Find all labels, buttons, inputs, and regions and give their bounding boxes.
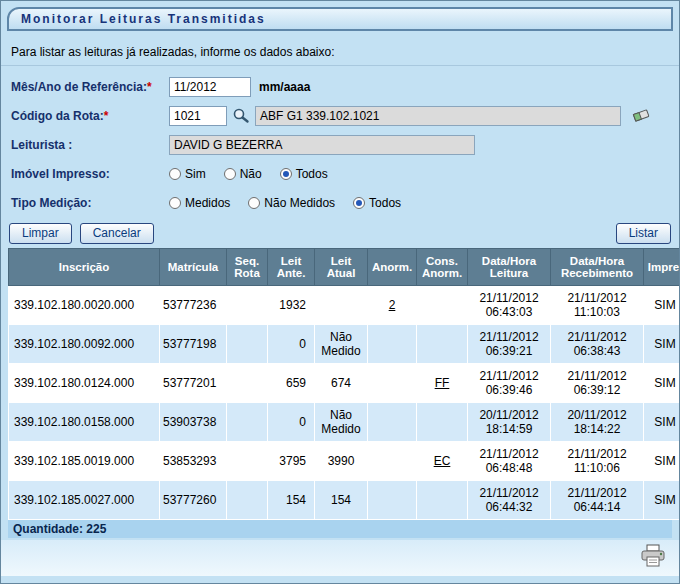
page-title: Monitorar Leituras Transmitidas <box>21 12 266 26</box>
form-row-leiturista: Leiturista : DAVID G BEZERRA <box>1 130 679 159</box>
radio-icon[interactable] <box>224 168 236 180</box>
table-cell: 53777260 <box>160 481 227 520</box>
table-cell <box>227 286 268 325</box>
required-mark: * <box>104 109 109 123</box>
table-cell: 2 <box>368 286 417 325</box>
column-header-leit-ante: Leit Ante. <box>268 249 315 286</box>
table-cell: 53777236 <box>160 286 227 325</box>
column-header-anorm: Anorm. <box>368 249 417 286</box>
radio-selected-icon[interactable] <box>353 197 365 209</box>
table-cell: FF <box>417 364 468 403</box>
table-cell: SIM <box>644 286 680 325</box>
table-cell <box>417 325 468 364</box>
radio-selected-icon[interactable] <box>280 168 292 180</box>
table-row: 339.102.185.0027.0005377726015415421/11/… <box>9 481 680 520</box>
rota-descricao-field: ABF G1 339.102.1021 <box>255 106 621 126</box>
table-row: 339.102.180.0020.000537772361932221/11/2… <box>9 286 680 325</box>
table-cell: 21/11/2012 06:39:12 <box>551 364 644 403</box>
table-cell: 339.102.185.0019.000 <box>9 442 160 481</box>
table-cell: 21/11/2012 11:10:03 <box>551 286 644 325</box>
table-cell: SIM <box>644 403 680 442</box>
table-cell <box>368 325 417 364</box>
table-cell <box>417 403 468 442</box>
table-cell: 21/11/2012 06:38:43 <box>551 325 644 364</box>
search-icon[interactable] <box>232 107 250 124</box>
table-cell <box>227 325 268 364</box>
cons-anormalidade-link[interactable]: EC <box>434 454 451 468</box>
table-row: 339.102.180.0158.000539037380Não Medido2… <box>9 403 680 442</box>
table-row: 339.102.185.0019.0005385329337953990EC21… <box>9 442 680 481</box>
button-row: Limpar Cancelar Listar <box>9 222 671 244</box>
table-cell: 21/11/2012 11:10:06 <box>551 442 644 481</box>
limpar-button[interactable]: Limpar <box>9 223 72 244</box>
table-cell: 339.102.185.0027.000 <box>9 481 160 520</box>
table-cell: 1932 <box>268 286 315 325</box>
table-cell <box>227 403 268 442</box>
table-cell <box>315 286 368 325</box>
table-cell: 0 <box>268 403 315 442</box>
form-row-imovel-impresso: Imóvel Impresso: Sim Não Todos <box>1 159 679 188</box>
table-cell: 53777201 <box>160 364 227 403</box>
table-cell: EC <box>417 442 468 481</box>
radio-medicao-todos[interactable]: Todos <box>353 196 401 210</box>
cancelar-button[interactable]: Cancelar <box>80 223 154 244</box>
table-cell <box>368 481 417 520</box>
mes-ano-input[interactable] <box>169 77 251 97</box>
quantidade-value: 225 <box>86 522 106 536</box>
column-header-seq-rota: Seq. Rota <box>227 249 268 286</box>
radio-icon[interactable] <box>248 197 260 209</box>
codigo-rota-input[interactable] <box>169 106 227 126</box>
table-cell: 20/11/2012 18:14:22 <box>551 403 644 442</box>
table-cell <box>417 481 468 520</box>
column-header-matricula: Matrícula <box>160 249 227 286</box>
required-mark: * <box>147 80 152 94</box>
table-cell: 21/11/2012 06:48:48 <box>468 442 551 481</box>
table-cell: 339.102.180.0020.000 <box>9 286 160 325</box>
table-cell: 21/11/2012 06:39:46 <box>468 364 551 403</box>
table-cell: Não Medido <box>315 403 368 442</box>
column-header-data-recebimento: Data/Hora Recebimento <box>551 249 644 286</box>
table-cell <box>368 364 417 403</box>
table-cell: 21/11/2012 06:44:14 <box>551 481 644 520</box>
table-cell: SIM <box>644 481 680 520</box>
radio-icon[interactable] <box>169 168 181 180</box>
table-cell: 21/11/2012 06:39:21 <box>468 325 551 364</box>
column-header-data-leitura: Data/Hora Leitura <box>468 249 551 286</box>
form-row-mes-ano: Mês/Ano de Referência:* mm/aaaa <box>1 72 679 101</box>
listar-button[interactable]: Listar <box>616 223 671 244</box>
radio-icon[interactable] <box>169 197 181 209</box>
table-cell: 3795 <box>268 442 315 481</box>
cons-anormalidade-link[interactable]: FF <box>435 376 450 390</box>
table-cell: 154 <box>268 481 315 520</box>
radio-nao-medidos[interactable]: Não Medidos <box>248 196 335 210</box>
imovel-impresso-label: Imóvel Impresso: <box>11 167 169 181</box>
radio-medidos[interactable]: Medidos <box>169 196 230 210</box>
table-cell: 53853293 <box>160 442 227 481</box>
results-table-area: Inscrição Matrícula Seq. Rota Leit Ante.… <box>8 248 672 520</box>
printer-icon[interactable] <box>639 544 667 572</box>
table-cell: 20/11/2012 18:14:59 <box>468 403 551 442</box>
radio-imovel-sim[interactable]: Sim <box>169 167 206 181</box>
table-cell <box>227 442 268 481</box>
leiturista-field: DAVID G BEZERRA <box>169 135 475 155</box>
table-cell: 659 <box>268 364 315 403</box>
table-row: 339.102.180.0092.000537771980Não Medido2… <box>9 325 680 364</box>
quantidade-bar: Quantidade: 225 <box>8 520 672 538</box>
eraser-icon[interactable] <box>631 107 651 124</box>
table-cell: Não Medido <box>315 325 368 364</box>
table-cell <box>227 481 268 520</box>
quantidade-label: Quantidade: <box>13 522 83 536</box>
column-header-impre: Impre. <box>644 249 680 286</box>
radio-imovel-todos[interactable]: Todos <box>280 167 328 181</box>
anormalidade-link[interactable]: 2 <box>389 298 396 312</box>
table-cell: SIM <box>644 364 680 403</box>
form-row-codigo-rota: Código da Rota:* ABF G1 339.102.1021 <box>1 101 679 130</box>
mes-ano-label: Mês/Ano de Referência:* <box>11 80 169 94</box>
radio-imovel-nao[interactable]: Não <box>224 167 262 181</box>
page-title-bar: Monitorar Leituras Transmitidas <box>7 7 673 31</box>
table-cell: 339.102.180.0158.000 <box>9 403 160 442</box>
table-cell: 21/11/2012 06:44:32 <box>468 481 551 520</box>
column-header-leit-atual: Leit Atual <box>315 249 368 286</box>
divider <box>1 65 679 66</box>
column-header-inscricao: Inscrição <box>9 249 160 286</box>
